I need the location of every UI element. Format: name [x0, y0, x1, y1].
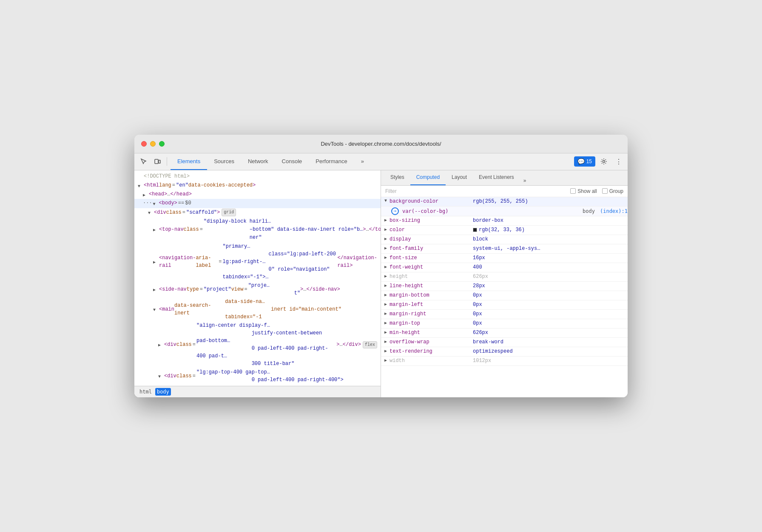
panel-tabs-more[interactable]: »: [522, 176, 528, 185]
expand-margin-top-icon[interactable]: ▶: [381, 319, 390, 327]
prop-overflow-wrap[interactable]: ▶ overflow-wrap break-word: [381, 338, 628, 347]
tab-more[interactable]: »: [354, 153, 371, 170]
more-options-button[interactable]: ⋮: [612, 156, 624, 167]
expand-titlebar-icon[interactable]: [158, 342, 163, 347]
dom-line-main[interactable]: <main data-search-inert data-side-na… in…: [134, 297, 381, 321]
dom-line-topnav[interactable]: <top-nav class="display-block hairli… –b…: [134, 217, 381, 243]
dom-line-gaptop-div[interactable]: <div class="lg:gap-top-400 gap-top… 0 pa…: [134, 368, 381, 384]
prop-color[interactable]: ▶ color rgb(32, 33, 36): [381, 226, 628, 235]
expand-min-height-icon[interactable]: ▶: [381, 328, 390, 336]
filter-input[interactable]: [385, 188, 566, 194]
prop-value-box-sizing: border-box: [466, 216, 628, 225]
prop-name-font-weight: font-weight: [390, 263, 466, 272]
dom-line-body[interactable]: ··· <body> == $0: [134, 199, 381, 208]
prop-width[interactable]: ▶ width 1012px: [381, 357, 628, 366]
flex-badge[interactable]: flex: [363, 341, 377, 348]
prop-value-display: block: [466, 235, 628, 243]
prop-name-box-sizing: box-sizing: [390, 216, 466, 225]
panel-tab-layout[interactable]: Layout: [446, 170, 473, 185]
expand-font-size-icon[interactable]: ▶: [381, 254, 390, 261]
html-lang-val: "en": [176, 181, 188, 190]
filter-options: Show all Group: [570, 188, 623, 194]
prop-font-size[interactable]: ▶ font-size 16px: [381, 254, 628, 263]
dom-line-doctype[interactable]: <!DOCTYPE html>: [134, 172, 381, 181]
expand-html-icon[interactable]: [138, 183, 143, 188]
dom-line-scaffold[interactable]: <div class="scaffold" > grid: [134, 208, 381, 217]
sub-value-bg: var(--color-bg): [402, 208, 577, 214]
expand-width-icon[interactable]: ▶: [381, 357, 390, 364]
prop-margin-right[interactable]: ▶ margin-right 0px: [381, 310, 628, 319]
tab-network[interactable]: Network: [241, 153, 275, 170]
issues-badge-button[interactable]: 💬 15: [574, 156, 595, 167]
breadcrumb-body[interactable]: body: [155, 388, 171, 396]
settings-button[interactable]: [598, 156, 610, 167]
expand-margin-bottom-icon[interactable]: ▶: [381, 291, 390, 299]
dom-line-sidenav[interactable]: <side-nav type="project" view="proje… t"…: [134, 281, 381, 297]
expand-background-color-icon[interactable]: ▼: [381, 197, 390, 204]
group-checkbox[interactable]: [602, 188, 608, 194]
prop-box-sizing[interactable]: ▶ box-sizing border-box: [381, 216, 628, 226]
navigate-to-rule-icon[interactable]: →: [391, 207, 399, 215]
expand-margin-right-icon[interactable]: ▶: [381, 310, 390, 317]
prop-text-rendering[interactable]: ▶ text-rendering optimizespeed: [381, 347, 628, 357]
color-swatch[interactable]: [473, 228, 477, 232]
prop-background-color-sub: → var(--color-bg) body (index):1: [381, 207, 628, 216]
dom-tree[interactable]: <!DOCTYPE html> <html lang="en" data-coo…: [134, 170, 381, 386]
inspect-element-button[interactable]: [138, 156, 150, 167]
expand-body-icon[interactable]: [153, 201, 158, 206]
close-button[interactable]: [141, 141, 147, 147]
dom-line-head[interactable]: <head>…</head>: [134, 190, 381, 199]
device-toolbar-button[interactable]: [151, 156, 163, 167]
tab-elements[interactable]: Elements: [171, 153, 207, 170]
tab-sources[interactable]: Sources: [207, 153, 241, 170]
panel-tab-computed[interactable]: Computed: [410, 170, 446, 185]
expand-main-icon[interactable]: [153, 307, 158, 312]
expand-sidenav-icon[interactable]: [153, 287, 158, 292]
expand-gaptop-icon[interactable]: [158, 374, 163, 379]
prop-height[interactable]: ▶ height 626px: [381, 272, 628, 282]
prop-name-margin-bottom: margin-bottom: [390, 291, 466, 300]
expand-head-icon[interactable]: [143, 192, 148, 197]
prop-margin-top[interactable]: ▶ margin-top 0px: [381, 319, 628, 328]
more-options-icon: ⋮: [615, 158, 622, 166]
panel-tab-event-listeners[interactable]: Event Listeners: [473, 170, 520, 185]
sub-location-bg[interactable]: (index):1: [600, 208, 628, 214]
expand-overflow-wrap-icon[interactable]: ▶: [381, 338, 390, 345]
expand-line-height-icon[interactable]: ▶: [381, 282, 390, 289]
prop-font-weight[interactable]: ▶ font-weight 400: [381, 263, 628, 272]
expand-margin-left-icon[interactable]: ▶: [381, 300, 390, 308]
expand-scaffold-icon[interactable]: [148, 210, 153, 215]
prop-font-family[interactable]: ▶ font-family system-ui, -apple-sys…: [381, 244, 628, 254]
dom-line-html[interactable]: <html lang="en" data-cookies-accepted >: [134, 181, 381, 190]
prop-display[interactable]: ▶ display block: [381, 235, 628, 244]
expand-box-sizing-icon[interactable]: ▶: [381, 216, 390, 224]
panel-tab-styles[interactable]: Styles: [384, 170, 410, 185]
computed-panel: Styles Computed Layout Event Listeners »…: [381, 170, 628, 398]
expand-font-family-icon[interactable]: ▶: [381, 244, 390, 252]
show-all-group[interactable]: Show all: [570, 188, 597, 194]
prop-margin-bottom[interactable]: ▶ margin-bottom 0px: [381, 291, 628, 300]
dom-line-navrail[interactable]: <navigation-rail aria-label="primary… cl…: [134, 242, 381, 281]
prop-line-height[interactable]: ▶ line-height 28px: [381, 282, 628, 291]
grid-badge[interactable]: grid: [222, 209, 236, 216]
prop-min-height[interactable]: ▶ min-height 626px: [381, 328, 628, 338]
breadcrumb-html[interactable]: html: [138, 388, 154, 396]
expand-color-icon[interactable]: ▶: [381, 226, 390, 233]
prop-name-height: height: [390, 272, 466, 281]
expand-navrail-icon[interactable]: [153, 259, 158, 264]
prop-margin-left[interactable]: ▶ margin-left 0px: [381, 300, 628, 310]
group-group[interactable]: Group: [602, 188, 623, 194]
expand-text-rendering-icon[interactable]: ▶: [381, 347, 390, 355]
maximize-button[interactable]: [159, 141, 165, 147]
expand-font-weight-icon[interactable]: ▶: [381, 263, 390, 271]
prop-background-color[interactable]: ▼ background-color rgb(255, 255, 255): [381, 197, 628, 207]
tab-performance[interactable]: Performance: [309, 153, 354, 170]
tab-console[interactable]: Console: [275, 153, 309, 170]
minimize-button[interactable]: [150, 141, 156, 147]
expand-height-icon[interactable]: ▶: [381, 272, 390, 280]
html-data-attr: data-cookies-accepted: [188, 181, 253, 190]
expand-display-icon[interactable]: ▶: [381, 235, 390, 243]
dom-line-titlebar-div[interactable]: <div class="align-center display-f… just…: [134, 321, 381, 368]
show-all-checkbox[interactable]: [570, 188, 576, 194]
expand-topnav-icon[interactable]: [153, 227, 158, 232]
